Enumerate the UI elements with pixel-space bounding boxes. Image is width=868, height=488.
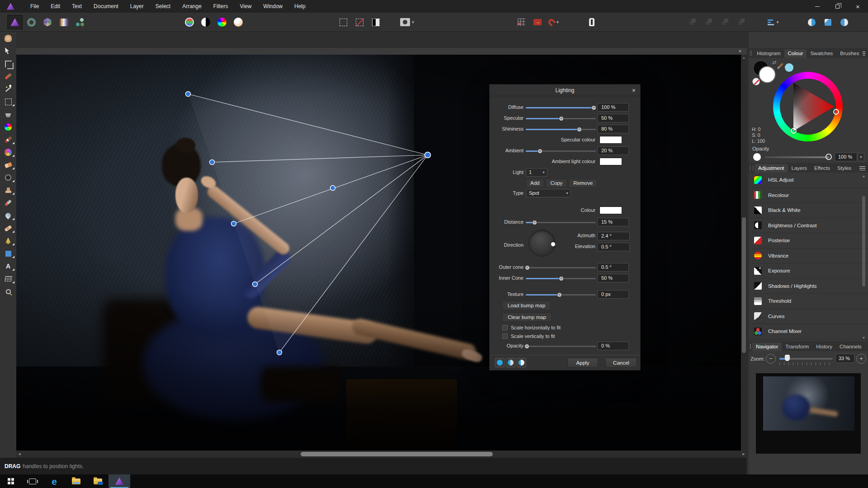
export-persona[interactable] [72, 15, 88, 29]
scale-vertically-to-fit-checkbox[interactable] [502, 333, 508, 339]
slider-value[interactable]: 0.5 ° [597, 263, 629, 272]
light-handle[interactable] [253, 282, 258, 287]
slider-handle[interactable] [532, 220, 537, 225]
remove-light-button[interactable]: Remove [569, 179, 597, 188]
minimize-button[interactable] [807, 0, 827, 13]
edge-browser[interactable]: e [43, 474, 65, 488]
light-position-handle[interactable] [425, 152, 431, 158]
saturation-triangle[interactable] [773, 72, 843, 141]
colour-picker-icon[interactable] [777, 63, 783, 69]
type-dropdown[interactable]: Spot▼ [526, 189, 571, 197]
vertical-scroll-thumb[interactable] [742, 217, 746, 353]
no-colour-swatch[interactable] [752, 78, 760, 85]
adjust-tab-effects[interactable]: Effects [811, 164, 834, 173]
scroll-right-icon[interactable]: ▶ [741, 450, 747, 458]
saturation-selector[interactable] [791, 128, 797, 134]
opacity-dropdown-icon[interactable]: ▼ [858, 153, 864, 161]
view-toggle-2-button[interactable] [820, 15, 835, 29]
document-close-button[interactable]: × [739, 48, 741, 55]
swap-colours-icon[interactable]: ⇄ [772, 60, 776, 66]
adjustment-item-shadows-highlights[interactable]: Shadows / Highlights [749, 279, 868, 294]
move-by-whole-pixels-button[interactable] [530, 15, 545, 29]
colour-tab-colour[interactable]: Colour [784, 49, 807, 58]
erase-brush-tool[interactable] [0, 159, 16, 171]
affinity-photo-app[interactable] [108, 474, 130, 488]
pen-tool[interactable] [0, 235, 16, 247]
adjustment-item-curves[interactable]: Curves [749, 309, 868, 324]
slider-handle[interactable] [577, 127, 582, 132]
colour-tab-brushes[interactable]: Brushes [836, 49, 863, 58]
adjustment-item-threshold[interactable]: Threshold [749, 294, 868, 309]
menu-item-arrange[interactable]: Arrange [176, 0, 208, 13]
move-tool[interactable] [0, 45, 16, 57]
zoom-in-button[interactable]: + [856, 354, 866, 364]
scroll-up-icon[interactable]: ▲ [741, 55, 747, 61]
cancel-button[interactable]: Cancel [605, 358, 637, 368]
colour-swatch[interactable] [599, 206, 622, 214]
panel-grip-icon[interactable] [750, 165, 753, 171]
adjustment-item-vibrance[interactable]: Vibrance [749, 249, 868, 264]
deselect-button[interactable] [352, 15, 367, 29]
dropdown-caret-icon[interactable]: ▼ [411, 20, 415, 24]
dodge-brush-tool[interactable] [0, 171, 16, 184]
dialog-close-button[interactable]: × [632, 84, 636, 96]
start-button[interactable] [0, 474, 22, 488]
tone-mapping-persona[interactable] [56, 15, 71, 29]
auto-white-balance-button[interactable] [231, 15, 246, 29]
elevation-value[interactable]: 0.5 ° [597, 243, 630, 251]
slider-value[interactable]: 50 % [597, 114, 629, 122]
adjust-tab-layers[interactable]: Layers [788, 164, 811, 173]
adjust-tab-styles[interactable]: Styles [834, 164, 855, 173]
marquee-select-tool[interactable] [0, 95, 16, 108]
snapping-button[interactable]: ▼ [546, 15, 561, 29]
show-grid-button[interactable] [514, 15, 529, 29]
slider-handle[interactable] [538, 149, 542, 154]
nav-tab-channels[interactable]: Channels [836, 343, 865, 351]
auto-levels-button[interactable] [182, 15, 197, 29]
auto-colours-button[interactable] [214, 15, 230, 29]
panel-menu-icon[interactable] [863, 52, 865, 56]
clone-stamp-tool[interactable] [0, 184, 16, 197]
light-handle[interactable] [277, 350, 282, 355]
adjustment-item-posterise[interactable]: Posterise [749, 233, 868, 249]
clear-bump-map-button[interactable]: Clear bump map [502, 313, 552, 322]
crop-tool[interactable] [0, 57, 16, 70]
text-tool[interactable]: A [0, 260, 16, 272]
assistant-button[interactable] [584, 15, 599, 29]
zoom-value[interactable]: 33 % [835, 354, 854, 363]
invert-selection-button[interactable] [368, 15, 383, 29]
picked-colour-swatch[interactable] [785, 63, 793, 72]
colour-tab-histogram[interactable]: Histogram [753, 49, 784, 58]
slider-value[interactable]: 0 px [597, 290, 629, 299]
light-handle[interactable] [330, 186, 335, 191]
flood-select-tool[interactable] [0, 83, 16, 95]
view-toggle-1-button[interactable] [804, 15, 819, 29]
add-light-button[interactable]: Add [526, 179, 544, 188]
menu-item-view[interactable]: View [234, 0, 258, 13]
alignment-button[interactable]: ▼ [766, 15, 781, 29]
adjustment-scroll-up-icon[interactable]: ▲ [862, 174, 866, 178]
slider-value[interactable]: 15 % [597, 218, 629, 226]
colour-swatch[interactable] [599, 158, 622, 165]
slider-handle[interactable] [591, 105, 596, 110]
slider-handle[interactable] [559, 116, 564, 121]
colour-wheel[interactable] [773, 72, 843, 141]
menu-item-window[interactable]: Window [257, 0, 288, 13]
slider-value[interactable]: 50 % [597, 274, 629, 282]
mask-layer-button[interactable]: ▼ [400, 15, 415, 29]
dropdown-caret-icon[interactable]: ▼ [776, 20, 779, 24]
close-button[interactable]: × [848, 0, 868, 13]
light-handle[interactable] [186, 92, 191, 97]
rectangle-tool[interactable] [0, 247, 16, 260]
paint-brush-tool[interactable] [0, 133, 16, 146]
healing-brush-tool[interactable] [0, 222, 16, 235]
copy-light-button[interactable]: Copy [546, 179, 567, 188]
zoom-out-button[interactable]: − [766, 354, 776, 364]
slider-handle[interactable] [525, 265, 530, 270]
blur-tool[interactable] [0, 209, 16, 222]
menu-item-filters[interactable]: Filters [208, 0, 234, 13]
adjustment-item-recolour[interactable]: Recolour [749, 188, 868, 203]
scale-horizontally-to-fit-checkbox[interactable] [502, 325, 508, 330]
view-tool[interactable] [0, 32, 16, 45]
nav-tab-navigator[interactable]: Navigator [752, 343, 782, 351]
